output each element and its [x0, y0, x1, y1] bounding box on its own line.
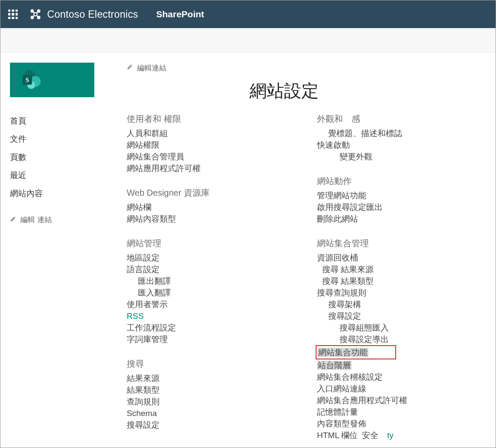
settings-link[interactable]: 刪除此網站: [317, 213, 481, 225]
settings-link[interactable]: 搜尋設定導出: [317, 334, 481, 345]
svg-text:S: S: [26, 76, 29, 83]
settings-link[interactable]: 搜尋查詢規則: [317, 287, 481, 299]
settings-link[interactable]: Schema: [127, 407, 304, 419]
settings-link[interactable]: 站台階層: [317, 359, 481, 371]
settings-link[interactable]: 搜尋設定: [317, 310, 481, 322]
pencil-icon: [10, 216, 16, 224]
settings-link[interactable]: RSS: [127, 310, 304, 322]
settings-link[interactable]: 工作流程設定: [127, 322, 304, 334]
settings-link[interactable]: 網站應用程式許可權: [127, 162, 304, 174]
settings-link[interactable]: 變更外觀: [317, 151, 481, 162]
settings-link[interactable]: 搜尋設定: [127, 419, 304, 431]
settings-link[interactable]: 搜尋 結果類型: [317, 275, 481, 287]
org-logo-icon: [29, 8, 42, 21]
suite-bar: Contoso Electronics SharePoint: [0, 0, 496, 28]
settings-category: 網站集合管理資源回收桶搜尋 結果來源搜尋 結果類型搜尋查詢規則搜尋架構搜尋設定搜…: [317, 238, 481, 441]
settings-category-header: 網站動作: [317, 175, 481, 187]
settings-link[interactable]: 搜尋組態匯入: [317, 322, 481, 334]
settings-category-header: 網站管理: [127, 238, 304, 249]
settings-category-header: 使用者和 權限: [127, 113, 304, 125]
settings-link[interactable]: 覺標題、描述和標誌: [317, 127, 481, 139]
settings-category-header: Web Designer 資源庫: [127, 187, 304, 199]
ribbon-spacer: [0, 28, 496, 53]
settings-link[interactable]: 使用者警示: [127, 299, 304, 310]
settings-link[interactable]: 網站集合管理員: [127, 151, 304, 162]
settings-link[interactable]: 地區設定: [127, 252, 304, 264]
settings-link[interactable]: 網站內容類型: [127, 213, 304, 225]
settings-link[interactable]: 記憶體計量: [317, 406, 481, 418]
svg-point-4: [34, 13, 37, 16]
settings-link[interactable]: 搜尋 結果來源: [317, 264, 481, 275]
ql-contents[interactable]: 網站內容: [10, 184, 127, 203]
waffle-icon: [8, 10, 18, 19]
settings-link[interactable]: 字詞庫管理: [127, 334, 304, 345]
settings-link[interactable]: 結果類型: [127, 384, 304, 396]
site-logo[interactable]: S: [10, 63, 94, 97]
quick-launch-nav: 首頁 文件 頁數 最近 網站內容: [10, 112, 127, 203]
app-launcher-button[interactable]: [0, 0, 26, 28]
settings-link[interactable]: 管理網站功能: [317, 190, 481, 201]
settings-link[interactable]: 網站集合稽核設定: [317, 371, 481, 383]
settings-link[interactable]: 查詢規則: [127, 396, 304, 407]
settings-link[interactable]: 啟用搜尋設定匯出: [317, 201, 481, 213]
settings-link[interactable]: 資源回收桶: [317, 252, 481, 264]
settings-link[interactable]: 語言設定: [127, 264, 304, 275]
settings-link[interactable]: 網站欄: [127, 201, 304, 213]
settings-link[interactable]: 匯入翻譯: [127, 287, 304, 299]
settings-link[interactable]: 內容類型發佈: [317, 418, 481, 429]
settings-category: 網站管理地區設定語言設定匯出翻譯匯入翻譯使用者警示RSS工作流程設定字詞庫管理: [127, 238, 304, 345]
settings-category: 搜尋結果來源結果類型查詢規則Schema搜尋設定: [127, 358, 304, 431]
ql-home[interactable]: 首頁: [10, 112, 127, 130]
settings-col-left: 使用者和 權限人員和群組網站權限網站集合管理員網站應用程式許可權Web Desi…: [127, 113, 304, 448]
settings-link[interactable]: 結果來源: [127, 372, 304, 384]
ql-edit-links[interactable]: 編輯 連結: [10, 215, 127, 225]
settings-category-header: 外觀和 感: [317, 113, 481, 125]
settings-link[interactable]: HTML 欄位安全ty: [317, 429, 481, 441]
sharepoint-icon: S: [19, 67, 45, 92]
top-nav-edit-label: 編輯連結: [137, 63, 166, 73]
pencil-icon: [127, 64, 133, 72]
settings-link[interactable]: 快速啟動: [317, 139, 481, 151]
settings-link[interactable]: 入口網站連線: [317, 383, 481, 394]
settings-link[interactable]: 人員和群組: [127, 127, 304, 139]
sharepoint-label[interactable]: SharePoint: [156, 9, 204, 19]
settings-category: 網站動作管理網站功能啟用搜尋設定匯出刪除此網站: [317, 175, 481, 225]
page-title: 網站設定: [250, 79, 496, 103]
settings-category-header: 網站集合管理: [317, 238, 481, 249]
settings-link[interactable]: 網站權限: [127, 139, 304, 151]
settings-category-header: 搜尋: [127, 358, 304, 370]
settings-category: 使用者和 權限人員和群組網站權限網站集合管理員網站應用程式許可權: [127, 113, 304, 174]
settings-category: 外觀和 感覺標題、描述和標誌快速啟動變更外觀: [317, 113, 481, 162]
ql-edit-links-label: 編輯 連結: [20, 215, 52, 225]
top-nav-edit-links[interactable]: 編輯連結: [127, 63, 496, 73]
settings-link-site-collection-features[interactable]: 網站集合功能: [317, 345, 481, 359]
settings-category: Web Designer 資源庫網站欄網站內容類型: [127, 187, 304, 225]
settings-link[interactable]: 網站集合應用程式許可權: [317, 394, 481, 406]
ql-pages[interactable]: 頁數: [10, 148, 127, 166]
org-name[interactable]: Contoso Electronics: [47, 9, 138, 20]
ql-docs[interactable]: 文件: [10, 130, 127, 148]
settings-link[interactable]: 匯出翻譯: [127, 275, 304, 287]
settings-link[interactable]: 搜尋架構: [317, 299, 481, 310]
settings-col-right: 外觀和 感覺標題、描述和標誌快速啟動變更外觀網站動作管理網站功能啟用搜尋設定匯出…: [317, 113, 481, 448]
ql-recent[interactable]: 最近: [10, 166, 127, 184]
